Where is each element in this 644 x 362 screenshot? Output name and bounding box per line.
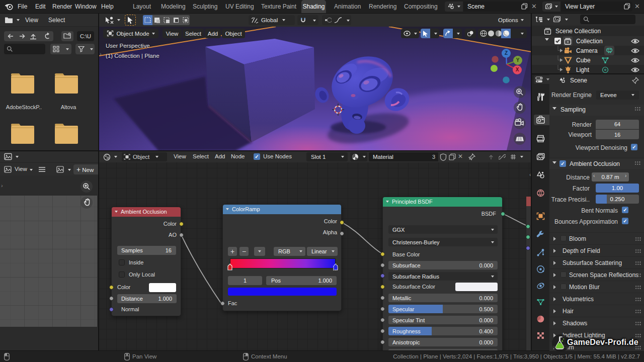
svg-text:Z: Z xyxy=(505,50,508,56)
svg-text:X: X xyxy=(516,67,519,72)
svg-text:Y: Y xyxy=(516,57,520,63)
